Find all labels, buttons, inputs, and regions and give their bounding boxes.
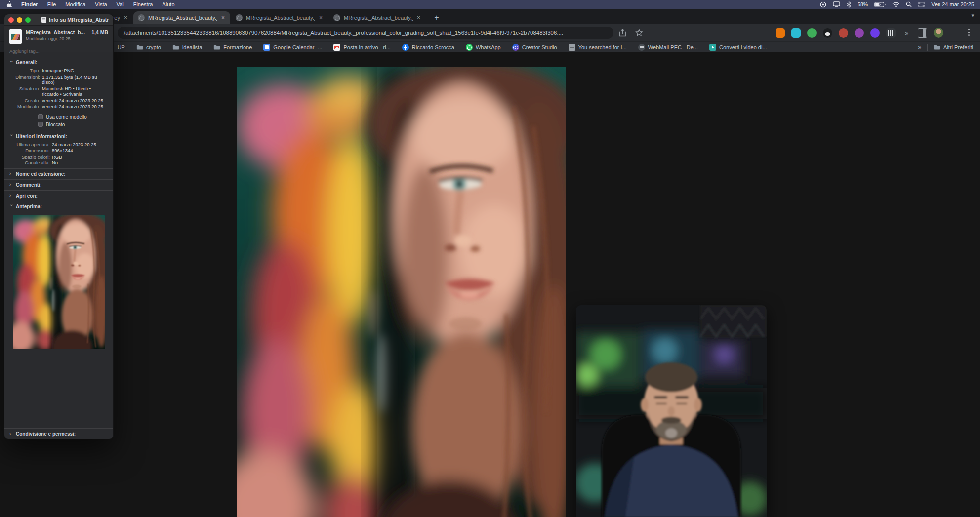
checkbox-locked[interactable]: Bloccato [38, 122, 108, 127]
text-cursor-pointer [60, 160, 64, 166]
facebook-icon [402, 44, 409, 51]
google-calendar-icon [263, 44, 270, 51]
side-panel-icon[interactable] [918, 28, 927, 38]
bookmark-video-converter[interactable]: Converti i video di... [709, 44, 767, 51]
menu-finder[interactable]: Finder [21, 1, 38, 7]
bookmark-creator-studio[interactable]: Creator Studio [512, 44, 557, 51]
bookmark-whatsapp[interactable]: WhatsApp [466, 44, 501, 51]
close-tab-icon[interactable]: × [221, 15, 225, 21]
checkbox-icon[interactable] [38, 114, 43, 119]
file-modified: Modificato: oggi, 20:25 [26, 36, 108, 41]
bookmark-folder-idealista[interactable]: idealista [172, 44, 202, 51]
menu-aiuto[interactable]: Aiuto [162, 1, 174, 7]
close-tab-icon[interactable]: × [416, 15, 421, 21]
row-label: Dimensioni: [9, 74, 40, 85]
row-value: 1.371.351 byte (1,4 MB su disco) [42, 74, 108, 85]
minimize-window-button[interactable] [17, 17, 22, 23]
menu-vista[interactable]: Vista [95, 1, 107, 7]
whatsapp-icon [466, 44, 473, 51]
main-image-portrait[interactable] [237, 67, 566, 517]
section-preview[interactable]: › Anteprima: [4, 201, 113, 212]
spotlight-search-icon[interactable] [906, 1, 912, 7]
bookmarks-bar: -UP crypto idealista Formazione Google C… [0, 41, 980, 52]
toolbar-overflow-icon[interactable]: » [902, 28, 911, 38]
tab-image-active[interactable]: MRregista_Abstract_beauty._ × [133, 11, 230, 24]
extension-teal-icon[interactable] [791, 28, 801, 38]
info-title-bar[interactable]: Info su MRregista_Abstr... [4, 14, 113, 26]
bluetooth-icon[interactable] [847, 1, 851, 8]
bookmarks-overflow-icon[interactable]: » [918, 44, 921, 51]
file-size: 1,4 MB [91, 29, 108, 35]
battery-percent: 58% [858, 1, 868, 7]
bookmark-folder-formazione[interactable]: Formazione [213, 44, 252, 51]
page-icon [569, 44, 575, 51]
bookmark-google-calendar[interactable]: Google Calendar -... [263, 44, 322, 51]
row-value: 24 marzo 2023 20:25 [52, 142, 108, 148]
profile-avatar[interactable] [934, 28, 943, 38]
url-text: /attachments/1013512335442333816/1088906… [124, 30, 563, 36]
close-tab-icon[interactable]: × [319, 15, 323, 21]
bookmark-webmail-pec[interactable]: WebMail PEC - De... [638, 44, 698, 51]
bookmark-up[interactable]: -UP [116, 44, 125, 50]
row-value: RGB [52, 154, 108, 160]
extension-orange-icon[interactable] [776, 28, 785, 38]
extension-purple-icon[interactable] [855, 28, 864, 38]
new-tab-button[interactable]: + [431, 12, 443, 24]
menu-file[interactable]: File [47, 1, 56, 7]
more-info-header[interactable]: › Ulteriori informazioni: [9, 134, 108, 139]
tags-input[interactable]: Aggiungi tag... [9, 47, 108, 57]
chevron-right-icon: › [9, 194, 13, 198]
screen-record-icon[interactable] [820, 1, 826, 8]
url-bar[interactable]: /attachments/1013512335442333816/1088906… [118, 27, 613, 39]
extension-violet-icon[interactable] [870, 28, 880, 38]
menu-bar-clock[interactable]: Ven 24 mar 20:25 [931, 1, 974, 7]
file-header: MRregista_Abstract_b... 1,4 MB Modificat… [4, 26, 113, 46]
tab-search-chevron-icon[interactable]: ▾ [971, 12, 974, 19]
tab-image-2[interactable]: MRregista_Abstract_beauty._ × [231, 11, 328, 24]
wifi-icon[interactable] [892, 2, 899, 7]
menu-vai[interactable]: Vai [117, 1, 124, 7]
file-name: MRregista_Abstract_b... [26, 29, 88, 35]
extension-panda-icon[interactable] [823, 28, 832, 38]
other-bookmarks-folder[interactable]: Altri Preferiti [934, 44, 973, 51]
chevron-down-icon: › [9, 61, 13, 65]
bookmark-you-searched[interactable]: You searched for I... [569, 44, 627, 51]
menu-modifica[interactable]: Modifica [65, 1, 85, 7]
close-window-button[interactable] [8, 17, 14, 23]
close-tab-icon[interactable]: × [123, 15, 128, 21]
extension-red-icon[interactable] [839, 28, 848, 38]
extension-green-icon[interactable] [807, 28, 817, 38]
globe-favicon [333, 14, 340, 21]
chevron-down-icon: › [9, 204, 13, 208]
section-comments[interactable]: › Commenti: [4, 180, 113, 190]
row-label: Creato: [9, 98, 40, 104]
checkbox-use-as-template[interactable]: Usa come modello [38, 114, 108, 119]
display-icon[interactable] [833, 1, 840, 7]
extension-grid-icon[interactable] [886, 28, 896, 38]
bookmark-folder-crypto[interactable]: crypto [136, 44, 161, 51]
browser-menu-kebab-icon[interactable] [968, 29, 970, 36]
share-icon[interactable] [619, 29, 627, 37]
general-header[interactable]: › Generali: [9, 60, 108, 65]
folder-icon [136, 44, 143, 51]
folder-icon [213, 44, 220, 51]
macos-menu-bar: Finder File Modifica Vista Vai Finestra … [0, 0, 980, 9]
battery-icon[interactable] [874, 2, 886, 7]
row-label: Modificato: [9, 104, 40, 110]
apple-menu-icon[interactable] [6, 1, 12, 8]
tab-image-3[interactable]: MRregista_Abstract_beauty._ × [329, 11, 426, 24]
page-content [0, 52, 980, 517]
bookmark-star-icon[interactable] [635, 29, 643, 37]
bookmark-gmail-inbox[interactable]: Posta in arrivo - ri... [333, 44, 390, 51]
menu-finestra[interactable]: Finestra [133, 1, 153, 7]
finder-info-window: Info su MRregista_Abstr... MRregista_Abs… [4, 14, 114, 439]
section-name-extension[interactable]: › Nome ed estensione: [4, 169, 113, 179]
bookmark-facebook-profile[interactable]: Riccardo Scrocca [402, 44, 454, 51]
section-sharing-permissions[interactable]: › Condivisione e permessi: [4, 429, 113, 439]
zoom-window-button[interactable] [25, 17, 31, 23]
section-open-with[interactable]: › Apri con: [4, 191, 113, 201]
control-center-icon[interactable] [918, 2, 925, 7]
row-value: venerdì 24 marzo 2023 20:25 [42, 98, 108, 104]
row-label: Dimensioni: [9, 148, 50, 154]
checkbox-icon[interactable] [38, 122, 43, 127]
